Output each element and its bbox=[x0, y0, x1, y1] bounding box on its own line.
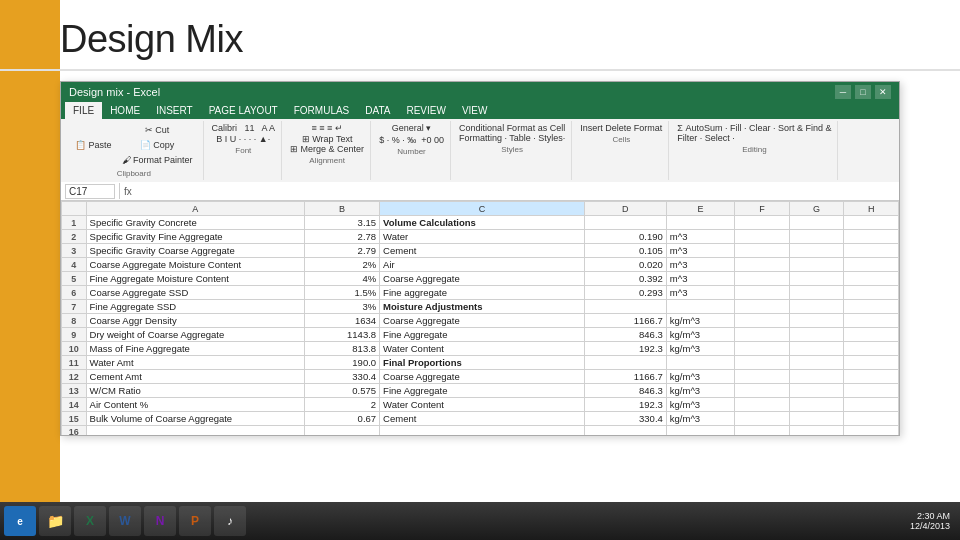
table-row: 1Specific Gravity Concrete3.15Volume Cal… bbox=[62, 216, 899, 230]
onenote-taskbar-button[interactable]: N bbox=[144, 506, 176, 536]
ribbon-group-cells: Insert Delete Format Cells bbox=[574, 121, 669, 180]
file-explorer-button[interactable]: 📁 bbox=[39, 506, 71, 536]
col-header-c[interactable]: C bbox=[380, 202, 585, 216]
tab-insert[interactable]: INSERT bbox=[148, 102, 201, 119]
cut-button[interactable]: ✂ Cut bbox=[118, 123, 197, 137]
spreadsheet-table: A B C D E F G H 1Specific Gravity Concre… bbox=[61, 201, 899, 436]
table-row: 6Coarse Aggregate SSD1.5%Fine aggregate0… bbox=[62, 286, 899, 300]
clipboard-label: Clipboard bbox=[117, 169, 151, 178]
table-row: 14Air Content %2Water Content192.3kg/m^3 bbox=[62, 398, 899, 412]
tab-view[interactable]: VIEW bbox=[454, 102, 496, 119]
ribbon-tabs: FILE HOME INSERT PAGE LAYOUT FORMULAS DA… bbox=[61, 102, 899, 119]
word-taskbar-button[interactable]: W bbox=[109, 506, 141, 536]
table-row: 15Bulk Volume of Coarse Aggregate0.67Cem… bbox=[62, 412, 899, 426]
tab-formulas[interactable]: FORMULAS bbox=[286, 102, 358, 119]
cell-reference[interactable] bbox=[65, 184, 115, 199]
excel-taskbar-button[interactable]: X bbox=[74, 506, 106, 536]
ribbon-group-editing: Σ AutoSum · Fill · Clear · Sort & Find &… bbox=[671, 121, 838, 180]
table-row: 5Fine Aggregate Moisture Content4%Coarse… bbox=[62, 272, 899, 286]
powerpoint-taskbar-button[interactable]: P bbox=[179, 506, 211, 536]
table-row: 7Fine Aggregate SSD3%Moisture Adjustment… bbox=[62, 300, 899, 314]
excel-title-text: Design mix - Excel bbox=[69, 86, 160, 98]
number-label: Number bbox=[397, 147, 425, 156]
table-row: 12Cement Amt330.4Coarse Aggregate1166.7k… bbox=[62, 370, 899, 384]
orange-accent bbox=[0, 0, 60, 502]
table-row: 9Dry weight of Coarse Aggregate1143.8Fin… bbox=[62, 328, 899, 342]
table-row: 2Specific Gravity Fine Aggregate2.78Wate… bbox=[62, 230, 899, 244]
table-row: 3Specific Gravity Coarse Aggregate2.79Ce… bbox=[62, 244, 899, 258]
table-row: 4Coarse Aggregate Moisture Content2%Air0… bbox=[62, 258, 899, 272]
formula-input[interactable] bbox=[136, 186, 895, 197]
copy-button[interactable]: 📄 Copy bbox=[118, 138, 197, 152]
table-row: 10Mass of Fine Aggregate813.8Water Conte… bbox=[62, 342, 899, 356]
col-header-h[interactable]: H bbox=[844, 202, 899, 216]
editing-label: Editing bbox=[742, 145, 766, 154]
table-row: 13W/CM Ratio0.575Fine Aggregate846.3kg/m… bbox=[62, 384, 899, 398]
ribbon-group-alignment: ≡ ≡ ≡ ↵ ⊞ Wrap Text ⊞ Merge & Center Ali… bbox=[284, 121, 371, 180]
tab-data[interactable]: DATA bbox=[357, 102, 398, 119]
excel-window: Design mix - Excel ─ □ ✕ FILE HOME INSER… bbox=[60, 81, 900, 436]
spreadsheet: A B C D E F G H 1Specific Gravity Concre… bbox=[61, 201, 899, 436]
ribbon-group-clipboard: 📋 Paste ✂ Cut 📄 Copy 🖌 Format Painter Cl… bbox=[65, 121, 204, 180]
col-header-e[interactable]: E bbox=[666, 202, 734, 216]
tab-home[interactable]: HOME bbox=[102, 102, 148, 119]
close-button[interactable]: ✕ bbox=[875, 85, 891, 99]
font-label: Font bbox=[235, 146, 251, 155]
col-header-f[interactable]: F bbox=[735, 202, 790, 216]
cells-label: Cells bbox=[612, 135, 630, 144]
col-header-g[interactable]: G bbox=[789, 202, 844, 216]
window-controls: ─ □ ✕ bbox=[835, 85, 891, 99]
taskbar: e 📁 X W N P ♪ 2:30 AM 12/4/2013 bbox=[0, 502, 960, 540]
table-row: 11Water Amt190.0Final Proportions bbox=[62, 356, 899, 370]
paste-button[interactable]: 📋 Paste bbox=[71, 138, 116, 152]
tab-file[interactable]: FILE bbox=[65, 102, 102, 119]
ribbon-group-font: Calibri 11 A A B I U · · · · ▲· Font bbox=[206, 121, 283, 180]
title-area: Design Mix bbox=[0, 0, 960, 71]
ribbon-content: 📋 Paste ✂ Cut 📄 Copy 🖌 Format Painter Cl… bbox=[61, 119, 899, 182]
maximize-button[interactable]: □ bbox=[855, 85, 871, 99]
tab-review[interactable]: REVIEW bbox=[398, 102, 453, 119]
col-header-rownum bbox=[62, 202, 87, 216]
clock-date: 12/4/2013 bbox=[910, 521, 950, 531]
ribbon-group-styles: Conditional Format as Cell Formatting · … bbox=[453, 121, 572, 180]
tab-pagelayout[interactable]: PAGE LAYOUT bbox=[201, 102, 286, 119]
fx-label: fx bbox=[124, 186, 132, 197]
start-button[interactable]: e bbox=[4, 506, 36, 536]
table-row: 16 bbox=[62, 426, 899, 437]
media-taskbar-button[interactable]: ♪ bbox=[214, 506, 246, 536]
alignment-label: Alignment bbox=[309, 156, 345, 165]
taskbar-clock: 2:30 AM 12/4/2013 bbox=[910, 511, 956, 531]
page-title: Design Mix bbox=[60, 18, 900, 61]
table-row: 8Coarse Aggr Density1634Coarse Aggregate… bbox=[62, 314, 899, 328]
formula-divider bbox=[119, 183, 120, 199]
formula-bar: fx bbox=[61, 182, 899, 201]
col-header-b[interactable]: B bbox=[305, 202, 380, 216]
minimize-button[interactable]: ─ bbox=[835, 85, 851, 99]
format-painter-button[interactable]: 🖌 Format Painter bbox=[118, 153, 197, 167]
excel-titlebar: Design mix - Excel ─ □ ✕ bbox=[61, 82, 899, 102]
col-header-a[interactable]: A bbox=[86, 202, 304, 216]
styles-label: Styles bbox=[501, 145, 523, 154]
ribbon-group-number: General ▾ $ · % · ‰ +0 00 Number bbox=[373, 121, 451, 180]
clock-time: 2:30 AM bbox=[910, 511, 950, 521]
col-header-d[interactable]: D bbox=[584, 202, 666, 216]
